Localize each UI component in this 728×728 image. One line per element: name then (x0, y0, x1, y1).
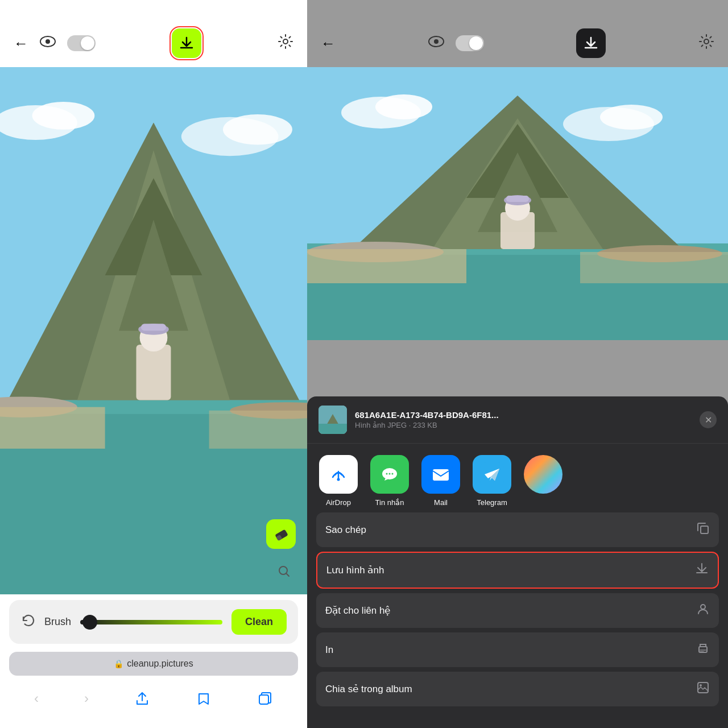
svg-rect-25 (259, 695, 268, 704)
right-toggle-knob (469, 36, 483, 50)
app-item-airdrop[interactable]: AirDrop (318, 455, 358, 507)
share-fileinfo: Hình ảnh JPEG · 233 KB (355, 421, 692, 429)
action-share-album[interactable]: Chia sẻ trong album (316, 672, 719, 706)
share-title-group: 681A6A1E-A173-4B74-BD9A-6F81... Hình ảnh… (355, 410, 692, 429)
action-save-text: Lưu hình ảnh (326, 564, 384, 576)
messages-label: Tin nhắn (375, 498, 404, 507)
share-close-button[interactable]: ✕ (700, 411, 717, 428)
album-icon (696, 681, 710, 697)
svg-point-31 (375, 94, 432, 119)
app-item-telegram[interactable]: Telegram (472, 455, 512, 507)
svg-rect-61 (701, 526, 708, 533)
svg-rect-43 (580, 252, 728, 283)
lock-icon: 🔒 (114, 659, 123, 668)
brush-size-slider[interactable] (80, 620, 222, 624)
action-print[interactable]: In (316, 632, 719, 667)
url-text: cleanup.pictures (127, 659, 193, 669)
mail-label: Mail (434, 498, 448, 507)
svg-point-56 (389, 473, 391, 475)
copy-icon (696, 522, 710, 538)
share-apps-row: AirDrop Tin nhắn (307, 444, 728, 512)
airdrop-label: AirDrop (326, 498, 351, 507)
nav-bookmarks-button[interactable] (189, 688, 218, 712)
eraser-button[interactable] (266, 519, 296, 549)
action-contact-text: Đặt cho liên hệ (325, 605, 391, 617)
messages-icon-container (370, 455, 409, 494)
svg-point-2 (283, 39, 288, 44)
toggle-switch[interactable] (67, 35, 96, 51)
app-item-more[interactable] (523, 455, 563, 507)
telegram-icon-container (473, 455, 511, 494)
brush-toolbar: Brush Clean (9, 600, 298, 644)
download-button-active[interactable] (172, 28, 201, 58)
settings-button[interactable] (278, 34, 293, 53)
print-icon (696, 642, 710, 658)
mail-icon-container (421, 455, 460, 494)
svg-rect-21 (141, 324, 166, 330)
airdrop-icon-container (319, 455, 358, 494)
right-toggle-switch[interactable] (456, 35, 484, 51)
svg-rect-22 (275, 530, 288, 541)
svg-rect-50 (318, 424, 347, 434)
svg-point-28 (704, 39, 709, 44)
share-sheet: 681A6A1E-A173-4B74-BD9A-6F81... Hình ảnh… (307, 396, 728, 728)
action-copy-text: Sao chép (325, 524, 366, 536)
right-panel: ← (307, 0, 728, 728)
svg-point-65 (700, 684, 702, 686)
svg-point-5 (32, 102, 95, 130)
share-filename: 681A6A1E-A173-4B74-BD9A-6F81... (355, 410, 628, 420)
undo-button[interactable] (20, 613, 35, 631)
toggle-knob (81, 36, 94, 50)
nav-back-button[interactable]: ‹ (27, 688, 46, 712)
contact-icon (696, 602, 710, 619)
right-photo-area (307, 67, 728, 340)
slider-knob (82, 615, 97, 630)
left-photo-area (0, 67, 307, 594)
svg-point-55 (386, 473, 388, 475)
svg-rect-64 (698, 682, 708, 693)
svg-point-1 (46, 39, 50, 44)
nav-tabs-button[interactable] (250, 688, 280, 712)
svg-rect-59 (433, 469, 449, 481)
share-thumbnail (318, 406, 347, 434)
action-save-image[interactable]: Lưu hình ảnh (316, 552, 719, 589)
clean-button[interactable]: Clean (231, 609, 287, 635)
telegram-label: Telegram (477, 498, 507, 507)
svg-point-7 (223, 114, 292, 145)
save-icon (695, 562, 709, 578)
svg-rect-18 (136, 345, 171, 400)
share-header: 681A6A1E-A173-4B74-BD9A-6F81... Hình ảnh… (307, 396, 728, 444)
right-download-button[interactable] (576, 28, 606, 58)
right-eye-button[interactable] (428, 36, 444, 51)
right-header: ← (307, 0, 728, 67)
svg-point-52 (337, 478, 340, 481)
svg-point-33 (600, 105, 663, 130)
nav-share-button[interactable] (127, 688, 157, 712)
action-set-contact[interactable]: Đặt cho liên hệ (316, 593, 719, 628)
more-icon-container (524, 455, 562, 494)
svg-rect-42 (307, 249, 466, 283)
right-settings-button[interactable] (698, 34, 714, 53)
left-header: ← (0, 0, 307, 67)
svg-point-27 (434, 39, 439, 44)
back-button[interactable]: ← (14, 35, 28, 52)
url-bar[interactable]: 🔒 cleanup.pictures (9, 652, 298, 676)
svg-rect-17 (209, 411, 307, 449)
share-actions: Sao chép Lưu hình ảnh (307, 512, 728, 706)
app-item-messages[interactable]: Tin nhắn (370, 455, 410, 507)
svg-point-57 (392, 473, 394, 475)
zoom-button[interactable] (273, 560, 296, 583)
left-panel: ← (0, 0, 307, 728)
eye-button[interactable] (40, 36, 56, 51)
right-back-button[interactable]: ← (321, 35, 336, 52)
svg-point-62 (701, 605, 705, 609)
bottom-navigation: ‹ › (0, 682, 307, 728)
app-item-mail[interactable]: Mail (421, 455, 461, 507)
brush-label: Brush (44, 616, 71, 628)
svg-rect-47 (506, 196, 529, 202)
svg-rect-16 (0, 407, 105, 449)
nav-forward-button[interactable]: › (77, 688, 96, 712)
action-print-text: In (325, 644, 333, 656)
header-left-group: ← (14, 35, 96, 52)
action-copy[interactable]: Sao chép (316, 512, 719, 547)
